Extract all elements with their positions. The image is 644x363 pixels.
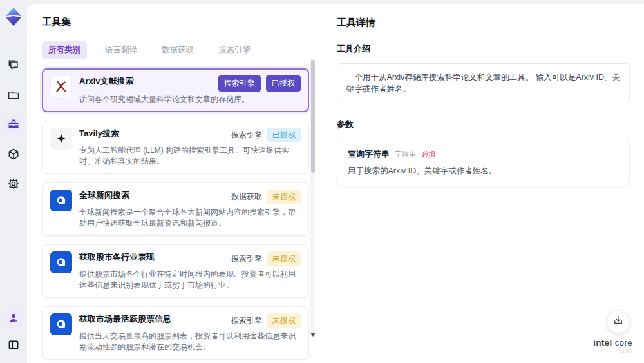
sidebar-item-chat[interactable] (3, 55, 24, 75)
tab-all-categories[interactable]: 所有类别 (42, 41, 87, 59)
sidebar-item-account[interactable] (3, 308, 24, 328)
tool-detail-pane: 工具详情 工具介绍 一个用于从Arxiv存储库搜索科学论文和文章的工具。 输入可… (325, 4, 644, 363)
arxiv-logo-icon (50, 75, 72, 97)
tool-card-sector-performance[interactable]: 获取股市各行业表现 搜索引擎 未授权 提供股票市场各个行业在特定时间段内的表现。… (42, 244, 309, 298)
download-button[interactable] (607, 310, 630, 333)
left-rail (0, 0, 27, 363)
parameter-name: 查询字符串 (348, 148, 390, 160)
blue-data-logo-icon (50, 251, 72, 273)
list-scrollbar[interactable] (310, 58, 315, 337)
tab-search-engine[interactable]: 搜索引擎 (212, 41, 257, 59)
sidebar-item-settings[interactable] (3, 173, 24, 194)
tool-card-tavily[interactable]: Tavily搜索 搜索引擎 已授权 专为人工智能代理 (LLM) 构建的搜索引擎… (42, 121, 309, 174)
intro-text-box: 一个用于从Arxiv存储库搜索科学论文和文章的工具。 输入可以是Arxiv ID… (337, 63, 630, 103)
sidebar-item-toolbox[interactable] (3, 114, 24, 135)
tool-list-pane: 工具集 所有类别 语言翻译 数据获取 搜索引擎 Arxiv文献搜索 (27, 4, 325, 363)
page-title: 工具集 (42, 16, 305, 28)
scroll-down-arrow-icon[interactable] (310, 333, 316, 337)
status-badge: 未授权 (267, 313, 301, 328)
sidebar-item-files[interactable] (3, 84, 24, 105)
category-label: 搜索引擎 (231, 130, 262, 141)
tool-description: 专为人工智能代理 (LLM) 构建的搜索引擎工具。可快速提供实时、准确和真实的结… (79, 145, 301, 167)
gear-icon (7, 177, 20, 190)
status-badge: 未授权 (267, 251, 301, 266)
scrollbar-thumb[interactable] (311, 60, 315, 173)
intel-word: intel (593, 338, 612, 348)
category-label: 数据获取 (231, 191, 262, 202)
params-heading: 参数 (337, 119, 630, 130)
content-shell: 工具集 所有类别 语言翻译 数据获取 搜索引擎 Arxiv文献搜索 (27, 4, 644, 363)
tool-description: 提供股票市场各个行业在特定时间段内的表现。投资者可以利用这些信息来识别表现优于或… (79, 269, 301, 291)
status-badge: 未授权 (267, 190, 301, 204)
sidebar-item-collapse[interactable] (3, 335, 24, 355)
parameter-card: 查询字符串 字符串 必填 用于搜索的Arxiv ID、关键字或作者姓名。 (337, 139, 630, 186)
tool-name: 获取股市各行业表现 (79, 251, 155, 263)
tool-description: 全球新闻搜索是一个聚合全球各大新闻网站内容的搜索引擎，帮助用户快速获取全球最新资… (79, 207, 301, 229)
toolbox-icon (7, 118, 20, 131)
cube-icon (7, 148, 20, 161)
parameter-description: 用于搜索的Arxiv ID、关键字或作者姓名。 (348, 166, 619, 177)
tool-name: Arxiv文献搜索 (79, 75, 134, 87)
tool-name: 全球新闻搜索 (79, 190, 129, 201)
tool-card-most-active-stocks[interactable]: 获取市场最活跃股票信息 搜索引擎 未授权 提供当天交易量最高的股票列表，投资者可… (42, 306, 309, 360)
folder-icon (7, 88, 20, 101)
tool-name: Tavily搜索 (79, 128, 119, 139)
tab-data-acquisition[interactable]: 数据获取 (155, 41, 200, 59)
parameter-required-badge: 必填 (421, 150, 436, 159)
category-tabs: 所有类别 语言翻译 数据获取 搜索引擎 (42, 41, 305, 59)
app-logo-icon (5, 7, 23, 26)
status-badge: 已授权 (266, 75, 301, 92)
intro-heading: 工具介绍 (337, 43, 630, 55)
chat-icon (7, 59, 20, 72)
parameter-type: 字符串 (394, 150, 417, 159)
sidebar-item-models[interactable] (3, 144, 24, 164)
panel-toggle-icon (7, 338, 20, 351)
intel-sub-label: Ultra (593, 347, 632, 355)
tool-card-global-news[interactable]: 全球新闻搜索 数据获取 未授权 全球新闻搜索是一个聚合全球各大新闻网站内容的搜索… (42, 182, 309, 236)
intel-core-logo: intel core Ultra (593, 338, 632, 355)
category-badge: 搜索引擎 (218, 75, 261, 92)
blue-data-logo-icon (50, 313, 72, 335)
tab-language-translation[interactable]: 语言翻译 (99, 41, 144, 59)
core-word: core (615, 338, 632, 348)
detail-title: 工具详情 (337, 17, 630, 29)
category-label: 搜索引擎 (231, 253, 262, 264)
tavily-star-logo-icon (50, 128, 72, 150)
tool-name: 获取市场最活跃股票信息 (79, 313, 171, 325)
tool-description: 提供当天交易量最高的股票列表，投资者可以利用这些信息来识别流动性强的股票和潜在的… (79, 331, 301, 353)
blue-data-logo-icon (50, 190, 72, 211)
tool-description: 访问各个研究领域大量科学论文和文章的存储库。 (79, 94, 301, 105)
tool-list: Arxiv文献搜索 搜索引擎 已授权 访问各个研究领域大量科学论文和文章的存储库… (42, 68, 305, 363)
status-badge: 已授权 (267, 128, 301, 142)
user-icon (7, 311, 20, 324)
tool-card-arxiv[interactable]: Arxiv文献搜索 搜索引擎 已授权 访问各个研究领域大量科学论文和文章的存储库… (42, 68, 309, 112)
download-icon (612, 315, 624, 329)
category-label: 搜索引擎 (231, 315, 262, 326)
